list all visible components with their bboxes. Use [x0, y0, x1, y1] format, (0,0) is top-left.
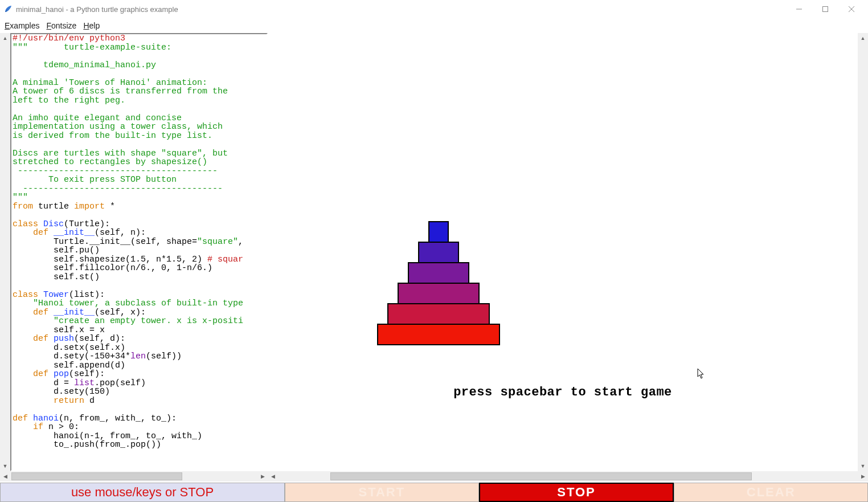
scroll-right-icon[interactable]: ▶ [858, 471, 868, 481]
minimize-icon [796, 6, 802, 12]
scroll-up-icon[interactable]: ▲ [0, 33, 10, 43]
canvas-pane: press spacebar to start game ▲ ▼ ◀ ▶ [268, 33, 868, 481]
app-icon [3, 5, 13, 14]
canvas-message: press spacebar to start game [453, 385, 672, 399]
canvas-vscroll[interactable]: ▲ ▼ [858, 33, 868, 471]
hanoi-disc [398, 283, 480, 304]
close-button[interactable] [838, 0, 865, 18]
start-button[interactable]: START [285, 483, 479, 502]
minimize-button[interactable] [786, 0, 812, 18]
turtle-canvas[interactable]: press spacebar to start game [268, 33, 858, 471]
menu-examples[interactable]: Examples [5, 21, 39, 30]
maximize-icon [822, 6, 828, 12]
hanoi-disc [428, 221, 449, 243]
scroll-up-icon[interactable]: ▲ [858, 33, 868, 43]
code-text: #!/usr/bin/env python3 """ turtle-exampl… [11, 34, 267, 450]
code-pane: ▲ ▼ #!/usr/bin/env python3 """ turtle-ex… [0, 33, 268, 481]
close-icon [849, 6, 854, 12]
canvas-hscroll-thumb[interactable] [330, 472, 752, 480]
clear-button[interactable]: CLEAR [674, 483, 868, 502]
scroll-down-icon[interactable]: ▼ [858, 461, 868, 471]
scroll-right-icon[interactable]: ▶ [257, 471, 268, 481]
window-title: minimal_hanoi - a Python turtle graphics… [16, 5, 178, 14]
scroll-left-icon[interactable]: ◀ [268, 471, 278, 481]
menubar: Examples Fontsize Help [0, 18, 868, 33]
main-area: ▲ ▼ #!/usr/bin/env python3 """ turtle-ex… [0, 33, 868, 481]
code-hscroll-thumb[interactable] [11, 472, 182, 480]
canvas-hscroll[interactable]: ◀ ▶ [268, 471, 868, 481]
scroll-left-icon[interactable]: ◀ [0, 471, 10, 481]
mouse-cursor-icon [697, 368, 705, 379]
hanoi-disc [408, 262, 469, 284]
code-hscroll[interactable]: ◀ ▶ [0, 471, 268, 481]
hanoi-tower [377, 221, 500, 345]
maximize-button[interactable] [812, 0, 838, 18]
hanoi-disc [418, 242, 459, 263]
hanoi-disc [377, 324, 500, 345]
status-panel: use mouse/keys or STOP [0, 483, 285, 502]
hanoi-disc [387, 303, 490, 325]
menu-fontsize[interactable]: Fontsize [46, 21, 76, 30]
svg-rect-1 [823, 7, 828, 12]
titlebar: minimal_hanoi - a Python turtle graphics… [0, 0, 868, 18]
code-vscroll[interactable]: ▲ ▼ [0, 33, 10, 471]
menu-help[interactable]: Help [83, 21, 100, 30]
code-editor[interactable]: #!/usr/bin/env python3 """ turtle-exampl… [10, 33, 268, 471]
scroll-down-icon[interactable]: ▼ [0, 461, 10, 471]
bottom-bar: use mouse/keys or STOP START STOP CLEAR [0, 481, 868, 502]
stop-button[interactable]: STOP [479, 483, 674, 502]
